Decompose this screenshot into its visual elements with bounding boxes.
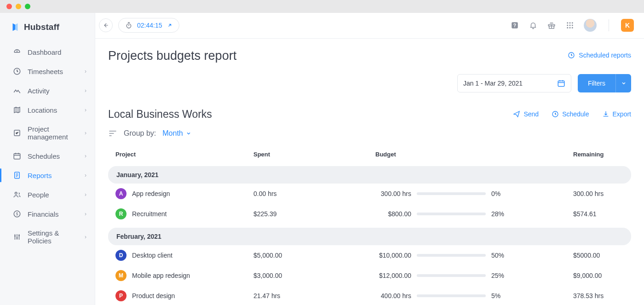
chevron-right-icon: ›: [85, 68, 86, 75]
avatar[interactable]: [584, 19, 597, 32]
chevron-right-icon: ›: [85, 191, 86, 198]
sidebar-item-label: Settings & Policies: [28, 229, 78, 245]
sidebar-item-label: Locations: [28, 106, 57, 114]
progress-pct: 50%: [491, 252, 511, 259]
progress-pct: 28%: [491, 210, 511, 218]
filters-button[interactable]: Filters: [578, 74, 631, 92]
bell-icon[interactable]: [529, 21, 538, 30]
group-by-select[interactable]: Month: [162, 129, 191, 138]
back-button[interactable]: [99, 18, 113, 32]
table-row[interactable]: AApp redesign0.00 hrs300.00 hrs0%300.00 …: [108, 184, 631, 204]
budget-cell: $12,000.0025%: [375, 272, 573, 279]
spent-cell: 0.00 hrs: [253, 190, 375, 197]
chevron-right-icon: ›: [85, 211, 86, 217]
main: 02:44:15 ?: [95, 13, 644, 305]
section-title: Local Business Works: [108, 108, 212, 121]
controls-row: Jan 1 - Mar 29, 2021 Filters: [108, 74, 631, 92]
remaining-cell: $574.61: [573, 210, 624, 218]
spent-cell: $225.39: [253, 210, 375, 218]
sidebar-item-label: Project management: [28, 125, 78, 141]
budget-cell: 400.00 hrs5%: [375, 292, 573, 299]
sidebar-item-settings-policies[interactable]: Settings & Policies›: [0, 224, 95, 250]
col-budget: Budget: [375, 151, 573, 158]
svg-point-15: [572, 23, 573, 24]
table-row[interactable]: RRecruitment$225.39$800.0028%$574.61: [108, 204, 631, 224]
table-row[interactable]: DDesktop client$5,000.00$10,000.0050%$50…: [108, 245, 631, 265]
timer-pill[interactable]: 02:44:15: [118, 18, 179, 33]
group-by-row: Group by: Month: [108, 129, 631, 138]
svg-point-21: [572, 27, 573, 29]
brand[interactable]: Hubstaff: [0, 17, 95, 42]
apps-grid-icon[interactable]: [565, 21, 575, 30]
svg-rect-2: [14, 154, 20, 159]
stopwatch-icon: [125, 22, 132, 29]
window-minimize-icon[interactable]: [16, 4, 21, 9]
chevron-right-icon: ›: [85, 172, 86, 178]
date-range-picker[interactable]: Jan 1 - Mar 29, 2021: [457, 74, 571, 92]
remaining-cell: $9,000.00: [573, 272, 624, 279]
schedule-label: Schedule: [562, 110, 589, 118]
project-management-icon: [13, 129, 21, 137]
gift-icon[interactable]: [547, 21, 556, 30]
schedule-button[interactable]: Schedule: [552, 110, 589, 118]
sidebar-item-label: Schedules: [28, 152, 60, 160]
sidebar-item-project-management[interactable]: Project management›: [0, 120, 95, 146]
sidebar-item-reports[interactable]: Reports›: [0, 166, 95, 185]
sidebar-item-schedules[interactable]: Schedules›: [0, 146, 95, 166]
progress-pct: 0%: [491, 190, 511, 197]
dashboard-icon: [13, 48, 21, 56]
project-badge: R: [115, 208, 126, 219]
sidebar-item-locations[interactable]: Locations›: [0, 100, 95, 120]
col-project: Project: [115, 151, 253, 158]
svg-point-9: [18, 235, 20, 236]
chevron-right-icon: ›: [85, 107, 86, 113]
filters-label: Filters: [578, 80, 615, 87]
chevron-right-icon: ›: [85, 130, 86, 136]
scheduled-reports-link[interactable]: Scheduled reports: [568, 52, 631, 59]
sidebar-item-timesheets[interactable]: Timesheets›: [0, 62, 95, 81]
export-button[interactable]: Export: [602, 110, 631, 118]
svg-point-13: [567, 23, 568, 24]
help-icon[interactable]: ?: [510, 21, 519, 30]
progress-pct: 25%: [491, 272, 511, 279]
col-spent: Spent: [253, 151, 375, 158]
project-cell: AApp redesign: [115, 188, 253, 199]
table-row[interactable]: PProduct design21.47 hrs400.00 hrs5%378.…: [108, 286, 631, 305]
svg-point-7: [14, 235, 16, 236]
scheduled-reports-label: Scheduled reports: [579, 52, 631, 59]
export-label: Export: [613, 110, 631, 118]
send-button[interactable]: Send: [513, 110, 539, 118]
settings-policies-icon: [13, 233, 21, 241]
progress-bar: [417, 192, 486, 195]
sidebar-item-label: People: [28, 191, 49, 199]
project-name: Recruitment: [132, 210, 167, 218]
svg-point-17: [569, 25, 571, 26]
progress-bar: [417, 254, 486, 257]
project-cell: MMobile app redesign: [115, 270, 253, 281]
divider: [609, 19, 609, 31]
sidebar-item-activity[interactable]: Activity›: [0, 81, 95, 100]
progress-pct: 5%: [491, 292, 511, 299]
project-badge: P: [115, 290, 126, 301]
window-zoom-icon[interactable]: [25, 4, 30, 9]
send-label: Send: [523, 110, 539, 118]
svg-point-19: [567, 27, 568, 29]
window-close-icon[interactable]: [6, 4, 12, 9]
project-badge: D: [115, 250, 126, 261]
sidebar-item-dashboard[interactable]: Dashboard: [0, 42, 95, 62]
budget-value: $12,000.00: [375, 272, 411, 279]
budget-value: $10,000.00: [375, 252, 411, 259]
sidebar: Hubstaff DashboardTimesheets›Activity›Lo…: [0, 13, 95, 305]
sidebar-item-financials[interactable]: $Financials›: [0, 204, 95, 224]
download-icon: [602, 110, 610, 118]
table-row[interactable]: MMobile app redesign$3,000.00$12,000.002…: [108, 265, 631, 286]
budget-cell: 300.00 hrs0%: [375, 190, 573, 197]
activity-icon: [13, 86, 21, 95]
sidebar-item-label: Financials: [28, 210, 59, 218]
filters-caret[interactable]: [615, 74, 631, 92]
svg-point-16: [567, 25, 568, 26]
col-remaining: Remaining: [573, 151, 624, 158]
sidebar-item-people[interactable]: People›: [0, 185, 95, 204]
sort-icon[interactable]: [108, 129, 117, 138]
org-badge[interactable]: K: [621, 19, 634, 32]
